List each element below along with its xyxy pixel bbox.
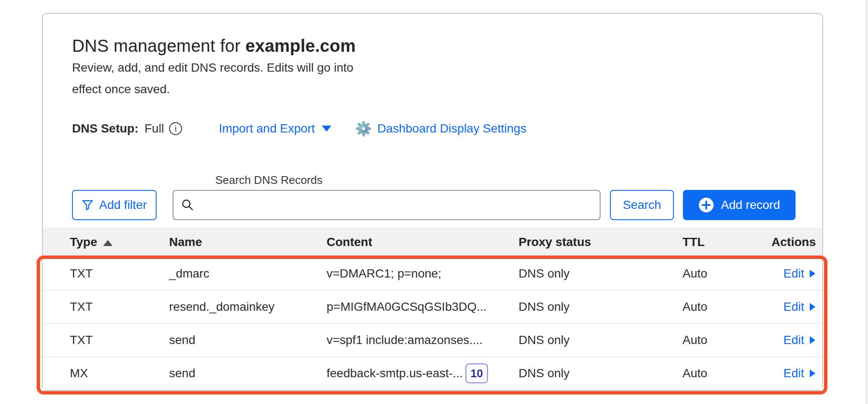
cell-proxy-status: DNS only — [519, 300, 682, 314]
cell-ttl: Auto — [682, 267, 764, 281]
dns-records-table: Type Name Content Proxy status TTL Actio… — [43, 227, 822, 390]
priority-badge: 10 — [465, 363, 488, 383]
cell-name: resend._domainkey — [169, 300, 327, 314]
cell-content-text: v=spf1 include:amazonses.... — [327, 333, 483, 347]
dns-setup-row: DNS Setup: Full i Import and Export ⚙️ D… — [72, 120, 526, 138]
edit-label: Edit — [783, 366, 804, 380]
page-title: DNS management for example.com — [72, 36, 355, 56]
dashboard-display-settings-link[interactable]: ⚙️ Dashboard Display Settings — [355, 122, 526, 136]
cell-type: TXT — [70, 300, 169, 314]
cell-content: feedback-smtp.us-east-... 10 — [327, 363, 519, 383]
table-row: TXT send v=spf1 include:amazonses.... DN… — [43, 323, 822, 357]
add-record-button[interactable]: Add record — [683, 190, 796, 220]
header-ttl[interactable]: TTL — [682, 235, 764, 249]
cell-proxy-status: DNS only — [519, 267, 682, 281]
cell-name: send — [169, 333, 327, 347]
window-right-edge — [866, 0, 867, 404]
cell-ttl: Auto — [682, 333, 764, 347]
add-filter-button[interactable]: Add filter — [72, 190, 157, 220]
header-proxy-status[interactable]: Proxy status — [519, 235, 682, 249]
arrow-right-icon — [809, 303, 816, 311]
import-export-link[interactable]: Import and Export — [219, 122, 331, 136]
search-input[interactable] — [200, 198, 592, 212]
cell-content: v=spf1 include:amazonses.... — [327, 333, 519, 347]
page-title-domain: example.com — [245, 36, 356, 55]
gear-icon: ⚙️ — [355, 122, 372, 136]
filter-funnel-icon — [82, 199, 93, 211]
header-type-label: Type — [70, 235, 97, 249]
table-row: TXT resend._domainkey p=MIGfMA0GCSqGSIb3… — [43, 290, 822, 323]
search-button-label: Search — [623, 198, 661, 212]
search-box[interactable] — [173, 190, 601, 220]
plus-circle-icon — [698, 197, 714, 213]
cell-content: p=MIGfMA0GCSqGSIb3DQ... — [327, 300, 519, 314]
arrow-right-icon — [809, 336, 816, 344]
table-body: TXT _dmarc v=DMARC1; p=none; DNS only Au… — [43, 257, 822, 390]
edit-label: Edit — [783, 333, 804, 347]
cell-content-text: feedback-smtp.us-east-... — [327, 366, 463, 380]
header-name[interactable]: Name — [169, 235, 327, 249]
edit-record-button[interactable]: Edit — [783, 366, 816, 380]
search-icon — [181, 199, 194, 211]
arrow-right-icon — [809, 269, 816, 278]
import-export-label: Import and Export — [219, 122, 315, 136]
info-icon[interactable]: i — [169, 122, 182, 135]
dns-setup-value: Full — [145, 122, 164, 136]
page-title-prefix: DNS management for — [72, 36, 245, 55]
header-actions: Actions — [771, 235, 816, 249]
cell-content-text: v=DMARC1; p=none; — [327, 267, 441, 281]
header-type[interactable]: Type — [70, 235, 169, 249]
search-button[interactable]: Search — [610, 190, 674, 220]
cell-type: TXT — [70, 267, 169, 281]
table-row: TXT _dmarc v=DMARC1; p=none; DNS only Au… — [43, 257, 822, 290]
page-description: Review, add, and edit DNS records. Edits… — [72, 57, 357, 100]
chevron-down-icon — [322, 126, 331, 132]
edit-record-button[interactable]: Edit — [783, 333, 816, 347]
dns-setup-label: DNS Setup: — [72, 122, 138, 136]
add-filter-label: Add filter — [99, 198, 147, 212]
add-record-label: Add record — [721, 198, 780, 212]
toolbar: Add filter Search Add record — [43, 190, 824, 220]
cell-proxy-status: DNS only — [519, 333, 682, 347]
edit-label: Edit — [783, 300, 804, 314]
cell-type: MX — [70, 366, 169, 380]
cell-name: _dmarc — [169, 267, 327, 281]
cell-proxy-status: DNS only — [519, 366, 682, 380]
table-row: MX send feedback-smtp.us-east-... 10 DNS… — [43, 357, 822, 390]
cell-ttl: Auto — [682, 366, 764, 380]
cell-content: v=DMARC1; p=none; — [327, 267, 519, 281]
cell-name: send — [169, 366, 327, 380]
header-content[interactable]: Content — [327, 235, 519, 249]
dashboard-display-settings-label: Dashboard Display Settings — [377, 122, 527, 136]
edit-record-button[interactable]: Edit — [783, 267, 816, 281]
search-field-label: Search DNS Records — [215, 174, 323, 187]
table-header-row: Type Name Content Proxy status TTL Actio… — [43, 227, 822, 257]
cell-type: TXT — [70, 333, 169, 347]
edit-label: Edit — [783, 267, 804, 281]
sort-asc-icon — [103, 240, 113, 246]
arrow-right-icon — [809, 369, 816, 378]
cell-ttl: Auto — [682, 300, 764, 314]
dns-management-card: DNS management for example.com Review, a… — [42, 13, 823, 391]
cell-content-text: p=MIGfMA0GCSqGSIb3DQ... — [327, 300, 487, 314]
edit-record-button[interactable]: Edit — [783, 300, 816, 314]
